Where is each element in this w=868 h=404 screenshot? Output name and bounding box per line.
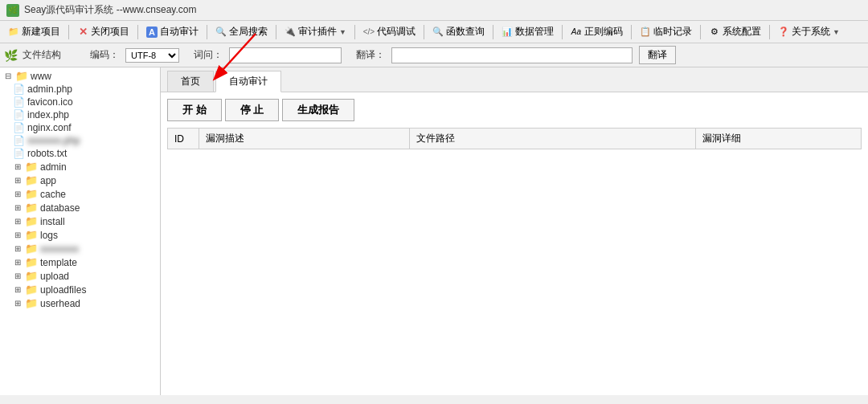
- sys-config-icon: ⚙: [709, 27, 720, 38]
- menu-func-query[interactable]: 🔍 函数查询: [428, 22, 489, 41]
- translate-button[interactable]: 翻译: [639, 46, 676, 64]
- sidebar: ⊟ 📁 www 📄 admin.php 📄 favicon.ico 📄 inde…: [0, 67, 161, 395]
- menu-about-sys[interactable]: ❓ 关于系统 ▼: [773, 22, 845, 41]
- tree-root[interactable]: ⊟ 📁 www: [0, 69, 160, 83]
- menu-func-query-label: 函数查询: [446, 25, 485, 39]
- stop-button[interactable]: 停 止: [225, 99, 280, 121]
- action-buttons: 开 始 停 止 生成报告: [167, 99, 862, 121]
- panel-content: 开 始 停 止 生成报告 ID 漏洞描述: [161, 92, 868, 395]
- translate-input[interactable]: [391, 47, 633, 63]
- menu-audit-plugin-label: 审计插件: [298, 25, 337, 39]
- database-toggle: ⊞: [13, 203, 23, 212]
- tree-item-blurred-php[interactable]: 📄 xxxxxxx.php: [0, 134, 160, 147]
- menu-data-mgmt[interactable]: 📊 数据管理: [497, 22, 559, 41]
- col-header-path: 文件路径: [410, 129, 695, 149]
- tree-item-userhead[interactable]: ⊞ 📁 userhead: [0, 296, 160, 310]
- label-favicon: favicon.ico: [27, 96, 73, 108]
- root-folder-icon: 📁: [15, 70, 28, 82]
- label-blurred1: xxxxxxxx: [40, 243, 79, 255]
- folder-icon-template: 📁: [25, 256, 38, 268]
- translate-label: 翻译：: [356, 48, 385, 62]
- folder-icon-admin: 📁: [25, 161, 38, 173]
- app-title: Seay源代码审计系统 --www.cnseay.com: [24, 3, 196, 17]
- menu-auto-audit-label: 自动审计: [160, 25, 199, 39]
- folder-icon-database: 📁: [25, 202, 38, 214]
- tree-item-template[interactable]: ⊞ 📁 template: [0, 255, 160, 269]
- report-button[interactable]: 生成报告: [282, 99, 354, 121]
- tree-item-favicon[interactable]: 📄 favicon.ico: [0, 96, 160, 108]
- folder-icon-install: 📁: [25, 215, 38, 227]
- label-blurred-php: xxxxxxx.php: [27, 135, 80, 146]
- file-icon-admin-php: 📄: [13, 84, 25, 95]
- folder-icon-uploadfiles: 📁: [25, 284, 38, 296]
- app-toggle: ⊞: [13, 176, 23, 185]
- file-icon-favicon: 📄: [13, 96, 25, 108]
- menu-temp-record[interactable]: 📋 临时记录: [635, 22, 697, 41]
- menu-regex-label: 正则编码: [584, 25, 623, 39]
- tab-home[interactable]: 首页: [167, 71, 214, 92]
- root-label: www: [31, 71, 51, 82]
- userhead-toggle: ⊞: [13, 299, 23, 308]
- menu-regex-code[interactable]: Aa 正则编码: [566, 22, 628, 41]
- tree-item-admin-php[interactable]: 📄 admin.php: [0, 83, 160, 96]
- data-mgmt-icon: 📊: [502, 27, 513, 38]
- menu-close-project[interactable]: ✕ 关闭项目: [72, 22, 134, 41]
- file-icon-nginx: 📄: [13, 122, 25, 133]
- tree-item-blurred1[interactable]: ⊞ 📁 xxxxxxxx: [0, 242, 160, 255]
- tree-item-cache[interactable]: ⊞ 📁 cache: [0, 187, 160, 201]
- blurred1-toggle: ⊞: [13, 244, 23, 253]
- menu-separator-9: [631, 25, 632, 39]
- about-arrow: ▼: [833, 28, 840, 36]
- tree-item-upload[interactable]: ⊞ 📁 upload: [0, 269, 160, 283]
- tree-item-uploadfiles[interactable]: ⊞ 📁 uploadfiles: [0, 283, 160, 296]
- menu-audit-plugin[interactable]: 🔌 审计插件 ▼: [280, 22, 351, 41]
- menu-separator-4: [276, 25, 276, 39]
- file-icon-robots: 📄: [13, 148, 25, 159]
- menu-new-project[interactable]: 📁 新建项目: [3, 22, 65, 41]
- logs-toggle: ⊞: [13, 231, 23, 239]
- menu-about-label: 关于系统: [792, 25, 830, 39]
- menu-separator-3: [207, 25, 207, 39]
- label-upload: upload: [40, 271, 69, 282]
- tree-item-database[interactable]: ⊞ 📁 database: [0, 201, 160, 214]
- tree-item-app[interactable]: ⊞ 📁 app: [0, 173, 160, 187]
- tree-item-admin[interactable]: ⊞ 📁 admin: [0, 160, 160, 173]
- install-toggle: ⊞: [13, 217, 23, 226]
- new-project-icon: 📁: [8, 27, 19, 38]
- menu-separator-8: [562, 25, 563, 39]
- tree-item-install[interactable]: ⊞ 📁 install: [0, 214, 160, 228]
- menu-auto-audit[interactable]: A 自动审计: [141, 22, 203, 41]
- menu-code-debug[interactable]: </> 代码调试: [358, 22, 420, 41]
- file-icon-index: 📄: [13, 109, 25, 120]
- menu-close-project-label: 关闭项目: [91, 25, 129, 39]
- tree-item-robots[interactable]: 📄 robots.txt: [0, 147, 160, 160]
- label-admin: admin: [40, 161, 67, 173]
- menu-global-search[interactable]: 🔍 全局搜索: [211, 22, 272, 41]
- tree-item-logs[interactable]: ⊞ 📁 logs: [0, 228, 160, 242]
- menu-separator-7: [493, 25, 493, 39]
- tab-bar: 首页 自动审计: [161, 67, 868, 92]
- cache-toggle: ⊞: [13, 190, 23, 198]
- regex-icon: Aa: [571, 27, 582, 38]
- start-button[interactable]: 开 始: [167, 99, 222, 121]
- folder-icon-blurred1: 📁: [25, 243, 38, 255]
- about-icon: ❓: [778, 27, 789, 38]
- root-toggle: ⊟: [3, 71, 13, 80]
- tab-auto-audit[interactable]: 自动审计: [215, 71, 281, 92]
- menu-separator-5: [354, 25, 355, 39]
- auto-audit-icon: A: [146, 27, 158, 38]
- label-uploadfiles: uploadfiles: [40, 284, 86, 296]
- tree-item-nginx-conf[interactable]: 📄 nginx.conf: [0, 121, 160, 134]
- plugin-arrow: ▼: [339, 28, 346, 36]
- col-header-id: ID: [168, 129, 199, 149]
- label-logs: logs: [40, 230, 58, 241]
- menu-sys-config[interactable]: ⚙ 系统配置: [704, 22, 766, 41]
- file-struct-label: 文件结构: [23, 48, 61, 62]
- label-app: app: [40, 175, 56, 186]
- encoding-select[interactable]: UTF-8 GBK GB2312 ASCII: [125, 48, 179, 63]
- audit-plugin-icon: 🔌: [285, 27, 296, 38]
- tree-item-index-php[interactable]: 📄 index.php: [0, 108, 160, 121]
- query-input[interactable]: [229, 47, 342, 63]
- temp-record-icon: 📋: [640, 27, 651, 38]
- label-template: template: [40, 257, 77, 268]
